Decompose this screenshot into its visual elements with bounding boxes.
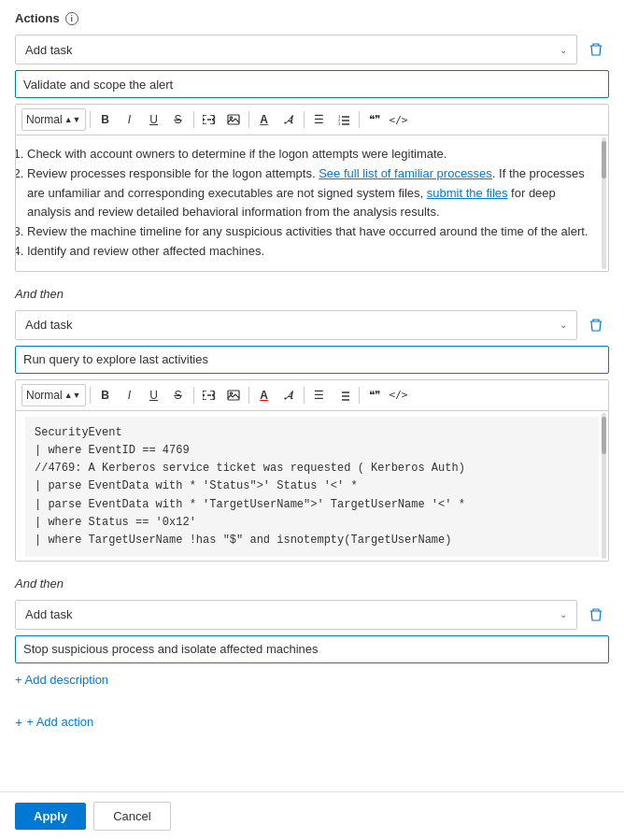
- task-title-input-3[interactable]: [15, 635, 609, 663]
- task-row-2: Add task ⌄: [15, 310, 609, 340]
- format-select-2[interactable]: Normal ▲▼: [21, 384, 86, 406]
- font-color-btn-2[interactable]: A: [253, 384, 276, 406]
- quote-btn-1[interactable]: ❝❞: [363, 108, 386, 131]
- code-btn-1[interactable]: </>: [388, 108, 410, 131]
- add-task-label-2: Add task: [25, 318, 73, 332]
- svg-point-9: [230, 392, 232, 394]
- cancel-button[interactable]: Cancel: [93, 802, 170, 831]
- list-item: Check with account owners to determine i…: [27, 145, 597, 164]
- chevron-down-icon-1: ⌄: [560, 45, 567, 55]
- and-then-label-3: And then: [15, 577, 609, 591]
- info-icon[interactable]: i: [65, 12, 78, 25]
- list-item: Review the machine timeline for any susp…: [27, 222, 597, 242]
- ordered-list-btn-1[interactable]: 1 2 3: [333, 108, 355, 131]
- highlight-btn-2[interactable]: 𝓐: [277, 384, 300, 406]
- footer-bar: Apply Cancel: [0, 791, 624, 840]
- code-line: //4769: A Kerberos service ticket was re…: [35, 460, 589, 477]
- task-block-3: Add task ⌄ + Add description: [15, 600, 609, 687]
- editor-content-2: SecurityEvent | where EventID == 4769 //…: [16, 411, 608, 561]
- link-btn-1[interactable]: [198, 108, 220, 131]
- italic-btn-2[interactable]: I: [119, 384, 141, 406]
- editor-1: Normal ▲▼ B I U S: [15, 104, 609, 272]
- image-btn-1[interactable]: [222, 108, 245, 131]
- format-select-1[interactable]: Normal ▲▼: [21, 108, 86, 131]
- add-task-dropdown-2[interactable]: Add task ⌄: [15, 310, 577, 340]
- chevron-down-icon-2: ⌄: [560, 320, 567, 330]
- actions-title: Actions: [15, 11, 60, 25]
- task-row-3: Add task ⌄: [15, 600, 609, 630]
- bold-btn-2[interactable]: B: [94, 384, 117, 406]
- svg-point-1: [230, 117, 232, 119]
- editor-content-1: Check with account owners to determine i…: [16, 135, 608, 271]
- strikethrough-btn-2[interactable]: S: [167, 384, 190, 406]
- rich-text-content-1: Check with account owners to determine i…: [16, 135, 608, 271]
- task-block-1: Add task ⌄ Normal ▲▼ B I U S: [15, 35, 609, 272]
- editor-2: Normal ▲▼ B I U S: [15, 379, 609, 562]
- editor-toolbar-2: Normal ▲▼ B I U S: [16, 380, 608, 411]
- task-block-2: Add task ⌄ Normal ▲▼ B I U S: [15, 310, 609, 562]
- plus-icon: +: [15, 715, 22, 730]
- add-action-button[interactable]: + + Add action: [15, 715, 93, 730]
- code-btn-2[interactable]: </>: [388, 384, 410, 406]
- code-line: | parse EventData with * 'TargetUserName…: [35, 496, 589, 514]
- add-task-dropdown-3[interactable]: Add task ⌄: [15, 600, 577, 630]
- add-task-dropdown-1[interactable]: Add task ⌄: [15, 35, 577, 64]
- bold-btn-1[interactable]: B: [94, 108, 117, 131]
- strikethrough-btn-1[interactable]: S: [167, 108, 190, 131]
- apply-button[interactable]: Apply: [15, 803, 86, 830]
- font-color-btn-1[interactable]: A: [253, 108, 276, 131]
- add-task-label-1: Add task: [25, 43, 73, 57]
- list-item: Identify and review other affected machi…: [27, 242, 597, 262]
- image-btn-2[interactable]: [222, 384, 245, 406]
- ordered-list-btn-2[interactable]: [333, 384, 355, 406]
- code-line: | where Status == '0x12': [35, 514, 589, 532]
- underline-btn-2[interactable]: U: [143, 384, 165, 406]
- delete-task-button-3[interactable]: [583, 602, 609, 628]
- familiar-processes-link[interactable]: See full list of familiar processes: [319, 166, 492, 180]
- unordered-list-btn-1[interactable]: ☰: [308, 108, 331, 131]
- list-item: Review processes responsible for the log…: [27, 164, 597, 222]
- code-line: | where TargetUserName !has "$" and isno…: [35, 532, 589, 549]
- delete-task-button-1[interactable]: [583, 36, 609, 63]
- scrollbar-1[interactable]: [602, 137, 606, 269]
- chevron-down-icon-3: ⌄: [560, 609, 567, 619]
- scrollbar-thumb-2: [602, 417, 606, 454]
- submit-files-link[interactable]: submit the files: [427, 186, 508, 200]
- task-title-input-2[interactable]: [15, 346, 609, 374]
- add-description-link[interactable]: + Add description: [15, 673, 108, 687]
- code-line: | parse EventData with * 'Status">' Stat…: [35, 477, 589, 495]
- italic-btn-1[interactable]: I: [119, 108, 141, 131]
- svg-rect-0: [228, 115, 239, 124]
- svg-rect-8: [228, 391, 239, 400]
- code-line: SecurityEvent: [35, 424, 589, 442]
- add-action-label: + Add action: [26, 715, 93, 729]
- quote-btn-2[interactable]: ❝❞: [363, 384, 386, 406]
- scrollbar-thumb-1: [602, 141, 606, 178]
- code-line: | where EventID == 4769: [35, 442, 589, 460]
- add-description-label: + Add description: [15, 673, 108, 687]
- highlight-btn-1[interactable]: 𝓐: [277, 108, 300, 131]
- editor-toolbar-1: Normal ▲▼ B I U S: [16, 105, 608, 135]
- underline-btn-1[interactable]: U: [143, 108, 165, 131]
- code-block-2: SecurityEvent | where EventID == 4769 //…: [25, 417, 599, 557]
- task-title-input-1[interactable]: [15, 70, 609, 98]
- link-btn-2[interactable]: [198, 384, 220, 406]
- scrollbar-2[interactable]: [602, 413, 606, 559]
- actions-header: Actions i: [15, 11, 609, 25]
- svg-text:3: 3: [338, 121, 341, 125]
- task-row-1: Add task ⌄: [15, 35, 609, 64]
- code-content-2: SecurityEvent | where EventID == 4769 //…: [16, 411, 608, 561]
- delete-task-button-2[interactable]: [583, 312, 609, 338]
- and-then-label-2: And then: [15, 287, 609, 301]
- add-task-label-3: Add task: [25, 607, 73, 621]
- unordered-list-btn-2[interactable]: ☰: [308, 384, 331, 406]
